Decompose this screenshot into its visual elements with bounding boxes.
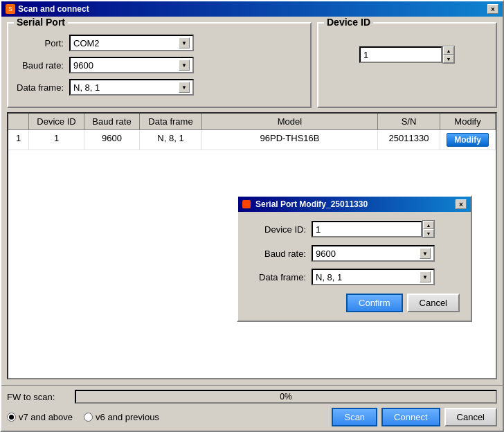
table-header: Device ID Baud rate Data frame Model S/N… xyxy=(8,114,496,130)
port-row: Port: COM2 ▼ xyxy=(14,35,305,51)
modal-data-frame-arrow[interactable]: ▼ xyxy=(420,271,431,282)
th-data-frame: Data frame xyxy=(140,114,202,129)
th-baud-rate: Baud rate xyxy=(84,114,140,129)
radio-group: v7 and above v6 and previous xyxy=(7,412,159,422)
modal-title-text: Serial Port Modify_25011330 xyxy=(242,199,368,209)
td-baud-rate: 9600 xyxy=(84,130,140,150)
modal-title-icon xyxy=(242,200,251,208)
td-row-num: 1 xyxy=(8,130,29,150)
radio-v6[interactable]: v6 and previous xyxy=(84,412,159,422)
modal-data-frame-value: N, 8, 1 xyxy=(316,272,420,282)
cancel-button[interactable]: Cancel xyxy=(444,408,497,426)
modal-buttons: Confirm Cancel xyxy=(249,294,460,312)
th-modify: Modify xyxy=(440,114,496,129)
modal-title-label: Serial Port Modify_25011330 xyxy=(255,199,368,209)
modal-device-id-label: Device ID: xyxy=(249,224,312,235)
window-close-button[interactable]: × xyxy=(487,4,498,14)
data-frame-label: Data frame: xyxy=(14,82,69,93)
progress-bar: 0% xyxy=(75,390,497,404)
td-device-id: 1 xyxy=(29,130,84,150)
scan-button[interactable]: Scan xyxy=(332,408,377,426)
modal-baud-rate-select[interactable]: 9600 ▼ xyxy=(312,245,435,262)
modal-data-frame-row: Data frame: N, 8, 1 ▼ xyxy=(249,269,460,285)
window-title: Scan and connect xyxy=(18,4,89,14)
radio-v7-label: v7 and above xyxy=(19,412,73,422)
port-select-arrow[interactable]: ▼ xyxy=(179,37,190,48)
device-id-input[interactable] xyxy=(359,46,442,63)
modal-body: Device ID: ▲ ▼ Baud rate: 9600 ▼ xyxy=(238,212,471,321)
data-frame-row: Data frame: N, 8, 1 ▼ xyxy=(14,79,305,96)
modify-button[interactable]: Modify xyxy=(447,133,489,147)
th-row-num xyxy=(8,114,29,129)
modal-cancel-button[interactable]: Cancel xyxy=(407,294,460,312)
td-data-frame: N, 8, 1 xyxy=(140,130,202,150)
table-row: 1 1 9600 N, 8, 1 96PD-THS16B 25011330 Mo… xyxy=(8,130,496,150)
th-model: Model xyxy=(202,114,378,129)
modal-baud-rate-label: Baud rate: xyxy=(249,249,312,259)
progress-value: 0% xyxy=(280,392,291,402)
modal-device-id-spin-down[interactable]: ▼ xyxy=(423,229,434,237)
modal-close-button[interactable]: × xyxy=(456,199,467,209)
th-device-id: Device ID xyxy=(29,114,84,129)
window-icon: S xyxy=(6,4,15,14)
modal-data-frame-label: Data frame: xyxy=(249,272,312,282)
radio-v6-input[interactable] xyxy=(84,413,93,422)
main-window: S Scan and connect × Serial Port Port: C… xyxy=(0,0,504,432)
top-panels: Serial Port Port: COM2 ▼ Baud rate: 9600… xyxy=(7,22,497,108)
modal-dialog: Serial Port Modify_25011330 × Device ID:… xyxy=(237,195,472,322)
port-select[interactable]: COM2 ▼ xyxy=(69,35,194,51)
modal-baud-rate-value: 9600 xyxy=(316,249,420,259)
data-frame-value: N, 8, 1 xyxy=(73,82,179,93)
device-id-spinbox: ▲ ▼ xyxy=(359,46,455,64)
modal-title-bar: Serial Port Modify_25011330 × xyxy=(238,197,471,212)
modal-baud-rate-arrow[interactable]: ▼ xyxy=(420,248,431,259)
title-bar: S Scan and connect × xyxy=(1,1,503,17)
modal-device-id-row: Device ID: ▲ ▼ xyxy=(249,220,460,238)
bottom-bar: FW to scan: 0% v7 and above v6 and previ… xyxy=(1,385,503,431)
modal-confirm-button[interactable]: Confirm xyxy=(346,294,403,312)
baud-rate-label: Baud rate: xyxy=(14,60,69,71)
baud-rate-row: Baud rate: 9600 ▼ xyxy=(14,57,305,73)
radio-buttons-row: v7 and above v6 and previous Scan Connec… xyxy=(7,408,497,426)
modal-device-id-spin-buttons: ▲ ▼ xyxy=(422,220,435,238)
action-buttons: Scan Connect Cancel xyxy=(332,408,497,426)
modal-device-id-input[interactable] xyxy=(312,221,422,237)
fw-label: FW to scan: xyxy=(7,392,69,402)
port-label: Port: xyxy=(14,38,69,48)
td-model: 96PD-THS16B xyxy=(202,130,378,150)
baud-rate-value: 9600 xyxy=(73,60,179,71)
radio-v6-label: v6 and previous xyxy=(96,412,159,422)
device-id-spin-down[interactable]: ▼ xyxy=(443,55,454,63)
port-value: COM2 xyxy=(73,38,179,48)
device-id-panel: Device ID ▲ ▼ xyxy=(317,22,497,108)
radio-v7[interactable]: v7 and above xyxy=(7,412,73,422)
modal-device-id-spin-up[interactable]: ▲ xyxy=(423,221,434,229)
device-id-title: Device ID xyxy=(324,17,373,28)
serial-port-panel: Serial Port Port: COM2 ▼ Baud rate: 9600… xyxy=(7,22,312,108)
title-bar-left: S Scan and connect xyxy=(6,4,89,14)
connect-button[interactable]: Connect xyxy=(381,408,440,426)
data-frame-select[interactable]: N, 8, 1 ▼ xyxy=(69,79,194,96)
modal-data-frame-select[interactable]: N, 8, 1 ▼ xyxy=(312,269,435,285)
td-sn: 25011330 xyxy=(378,130,440,150)
device-id-spin-up[interactable]: ▲ xyxy=(443,46,454,55)
td-modify: Modify xyxy=(440,130,496,150)
radio-v7-dot xyxy=(9,415,14,420)
baud-rate-select[interactable]: 9600 ▼ xyxy=(69,57,194,73)
fw-scan-row: FW to scan: 0% xyxy=(7,390,497,404)
data-frame-select-arrow[interactable]: ▼ xyxy=(179,82,190,93)
radio-v7-input[interactable] xyxy=(7,413,16,422)
modal-baud-rate-row: Baud rate: 9600 ▼ xyxy=(249,245,460,262)
modal-device-id-spinbox: ▲ ▼ xyxy=(312,220,435,238)
device-id-spin-buttons: ▲ ▼ xyxy=(442,46,455,64)
th-sn: S/N xyxy=(378,114,440,129)
baud-rate-select-arrow[interactable]: ▼ xyxy=(179,60,190,71)
serial-port-title: Serial Port xyxy=(14,17,68,28)
